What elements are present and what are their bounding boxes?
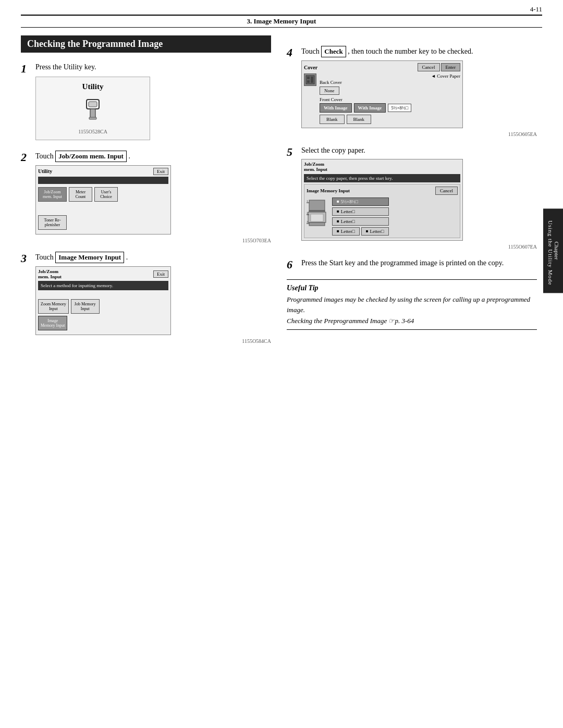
step-4: 4 Touch Check , then touch the number ke… bbox=[287, 46, 537, 137]
back-cover-label: Back Cover bbox=[320, 80, 460, 85]
step-1: 1 Press the Utility key. Utility bbox=[21, 62, 271, 142]
none-btn[interactable]: None bbox=[320, 87, 339, 95]
paper-btn-row-4: ■ Letter□ ■ Letter□ bbox=[332, 227, 389, 236]
section-heading: Checking the Programmed Image bbox=[21, 35, 271, 53]
cover-dialog-title-bar: Cover Cancel Enter bbox=[304, 63, 460, 71]
useful-tip-ref: Checking the Preprogrammed Image ☞p. 3-6… bbox=[287, 317, 537, 325]
screen-3-mockup: Job/Zoommem. Input Exit Select a method … bbox=[35, 266, 171, 335]
step-2-content: Touch Job/Zoom mem. Input . Utility Exit… bbox=[35, 151, 271, 243]
screen-3-btn-zoom[interactable]: Zoom MemoryInput bbox=[38, 299, 69, 314]
size-display: 5½×8½□ bbox=[388, 104, 411, 112]
paper-icon-4b: ■ bbox=[366, 229, 369, 233]
svg-rect-2 bbox=[90, 109, 95, 118]
screen-3-exit-btn[interactable]: Exit bbox=[153, 270, 168, 278]
copy-dialog-dark-bar: Select the copy paper, then press the st… bbox=[304, 174, 460, 182]
copy-cancel-btn[interactable]: Cancel bbox=[435, 187, 458, 195]
with-image-btn1[interactable]: With Image bbox=[320, 103, 352, 113]
left-column: Checking the Programmed Image 1 Press th… bbox=[21, 35, 271, 352]
screen-2-btn-row2: Toner Re-plenisher bbox=[38, 215, 168, 230]
paper-btn-1[interactable]: ■ 5½×8½□ bbox=[332, 198, 389, 206]
cover-dialog-right: ◄ Cover Paper Back Cover None Front Cove… bbox=[320, 73, 460, 124]
screen-2-btn-users[interactable]: User'sChoice bbox=[94, 187, 118, 202]
with-image-btn2[interactable]: With Image bbox=[354, 103, 386, 113]
screen-2-button-row: Job/Zoommem. Input MeterCount User'sChoi… bbox=[38, 187, 168, 202]
screen-3-btn-row: Zoom MemoryInput Job MemoryInput bbox=[38, 299, 168, 314]
cover-enter-btn[interactable]: Enter bbox=[441, 63, 461, 71]
step-3-button[interactable]: Image Memory Input bbox=[55, 252, 124, 263]
useful-tip-text: Programmed images may be checked by usin… bbox=[287, 294, 537, 315]
paper-icon-4a: ■ bbox=[337, 229, 339, 233]
step-5-content: Select the copy paper. Job/Zoommem. Inpu… bbox=[301, 145, 537, 250]
step-4-content: Touch Check , then touch the number key … bbox=[301, 46, 537, 137]
paper-btn-4a[interactable]: ■ Letter□ bbox=[332, 227, 360, 236]
screen-3-btn-row2: ImageMemory Input bbox=[38, 316, 168, 330]
step-3-text: Touch Image Memory Input . bbox=[35, 252, 271, 263]
step-3-dot: . bbox=[126, 253, 128, 261]
paper-icon-2: ■ bbox=[337, 209, 339, 214]
step-2: 2 Touch Job/Zoom mem. Input . Utility Ex… bbox=[21, 151, 271, 243]
step-4-caption: 1155O605EA bbox=[301, 131, 537, 137]
step-1-number: 1 bbox=[21, 63, 31, 75]
step-3: 3 Touch Image Memory Input . Job/Zoommem… bbox=[21, 252, 271, 344]
step-2-touch: Touch bbox=[35, 152, 54, 160]
step-4-touch: Touch bbox=[301, 47, 320, 55]
paper-size-1: 5½×8½□ bbox=[341, 199, 358, 204]
cover-cancel-btn[interactable]: Cancel bbox=[418, 63, 440, 71]
svg-rect-11 bbox=[311, 214, 323, 221]
step-3-touch: Touch bbox=[35, 253, 54, 261]
screen-3-btn-job[interactable]: Job MemoryInput bbox=[71, 299, 100, 314]
paper-tray-icon: 1 2 3 bbox=[307, 198, 330, 230]
screen-2-exit-btn[interactable]: Exit bbox=[153, 168, 168, 175]
svg-rect-6 bbox=[311, 77, 313, 83]
front-cover-label: Front Cover bbox=[320, 97, 351, 102]
paper-size-3: Letter□ bbox=[341, 219, 355, 224]
right-column: 4 Touch Check , then touch the number ke… bbox=[287, 35, 537, 352]
page-header: 4-11 bbox=[0, 0, 563, 15]
cover-paper-label: ◄ Cover Paper bbox=[320, 73, 460, 79]
copy-dialog-inner: Image Memory Input Cancel bbox=[304, 184, 460, 238]
page-number: 4-11 bbox=[530, 5, 542, 14]
step-2-caption: 1155O703EA bbox=[35, 238, 271, 243]
step-5: 5 Select the copy paper. Job/Zoommem. In… bbox=[287, 145, 537, 250]
utility-title: Utility bbox=[46, 82, 139, 91]
chapter-header: 3. Image Memory Input bbox=[21, 15, 542, 28]
screen-3-btn-image[interactable]: ImageMemory Input bbox=[38, 316, 67, 330]
cover-dialog: Cover Cancel Enter ◄ Cover Paper Back Co… bbox=[301, 60, 463, 128]
cover-dialog-buttons: Cancel Enter bbox=[418, 63, 461, 71]
utility-icon bbox=[46, 94, 139, 127]
step-2-text: Touch Job/Zoom mem. Input . bbox=[35, 151, 271, 162]
utility-illustration: Utility 1155O528CA bbox=[35, 77, 150, 140]
copy-dialog-title-bar: Job/Zoommem. Input bbox=[304, 162, 460, 172]
paper-btn-3[interactable]: ■ Letter□ bbox=[332, 217, 389, 226]
svg-text:2: 2 bbox=[307, 212, 308, 215]
paper-size-4b: Letter□ bbox=[370, 229, 384, 234]
paper-icon-3: ■ bbox=[337, 219, 339, 224]
useful-tip-title: Useful Tip bbox=[287, 284, 537, 292]
blank-btn1[interactable]: Blank bbox=[320, 115, 345, 124]
screen-2-title: Utility bbox=[38, 168, 52, 174]
cover-dialog-image-icon bbox=[304, 73, 316, 86]
copy-dialog-title: Job/Zoommem. Input bbox=[304, 162, 327, 172]
paper-btn-2[interactable]: ■ Letter□ bbox=[332, 207, 389, 216]
paper-btn-4b[interactable]: ■ Letter□ bbox=[361, 227, 389, 236]
screen-2-btn-toner[interactable]: Toner Re-plenisher bbox=[38, 215, 67, 230]
svg-rect-3 bbox=[89, 117, 96, 119]
screen-3-title-bar: Job/Zoommem. Input Exit bbox=[38, 269, 168, 279]
step-2-number: 2 bbox=[21, 152, 31, 163]
step-2-button[interactable]: Job/Zoom mem. Input bbox=[55, 151, 127, 162]
step-6-number: 6 bbox=[287, 259, 297, 270]
screen-3-dark-bar: Select a method for inputting memory. bbox=[38, 281, 168, 290]
chapter-tab-number: 4 bbox=[560, 248, 563, 254]
chapter-tab-chapter: Chapter bbox=[554, 242, 560, 260]
svg-rect-7 bbox=[307, 80, 310, 83]
step-4-check-btn[interactable]: Check bbox=[321, 46, 346, 57]
svg-rect-1 bbox=[89, 102, 97, 107]
screen-2-btn-job-zoom[interactable]: Job/Zoommem. Input bbox=[38, 187, 67, 202]
svg-rect-12 bbox=[309, 223, 325, 226]
svg-rect-8 bbox=[309, 200, 325, 211]
screen-2-btn-meter[interactable]: MeterCount bbox=[69, 187, 92, 202]
copy-dialog: Job/Zoommem. Input Select the copy paper… bbox=[301, 159, 463, 241]
step-6: 6 Press the Start key and the programmed… bbox=[287, 258, 537, 272]
blank-btn2[interactable]: Blank bbox=[347, 115, 372, 124]
step-4-number: 4 bbox=[287, 47, 297, 58]
